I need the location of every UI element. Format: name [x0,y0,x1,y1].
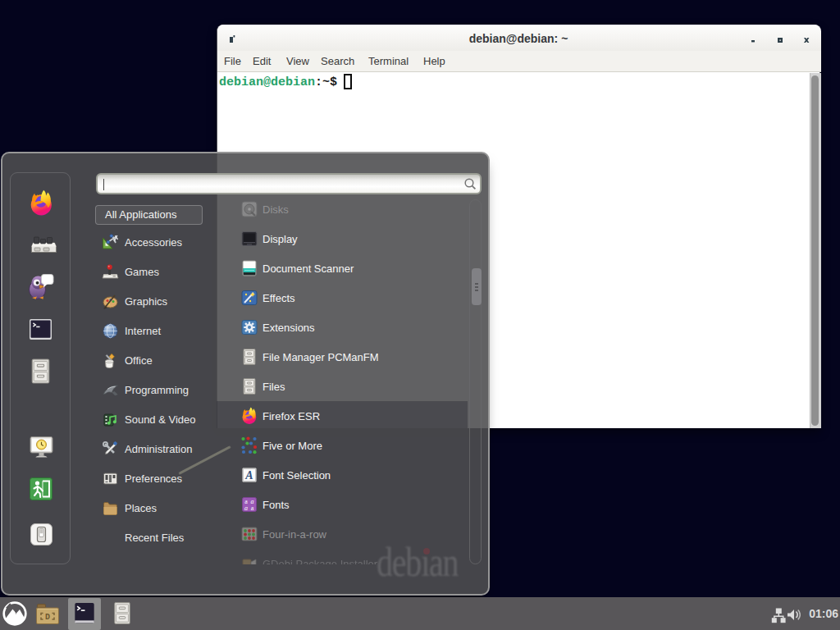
svg-text:a: a [251,504,254,512]
svg-text:a: a [244,504,248,512]
svg-text:D: D [45,613,50,622]
svg-text:A: A [244,469,253,482]
